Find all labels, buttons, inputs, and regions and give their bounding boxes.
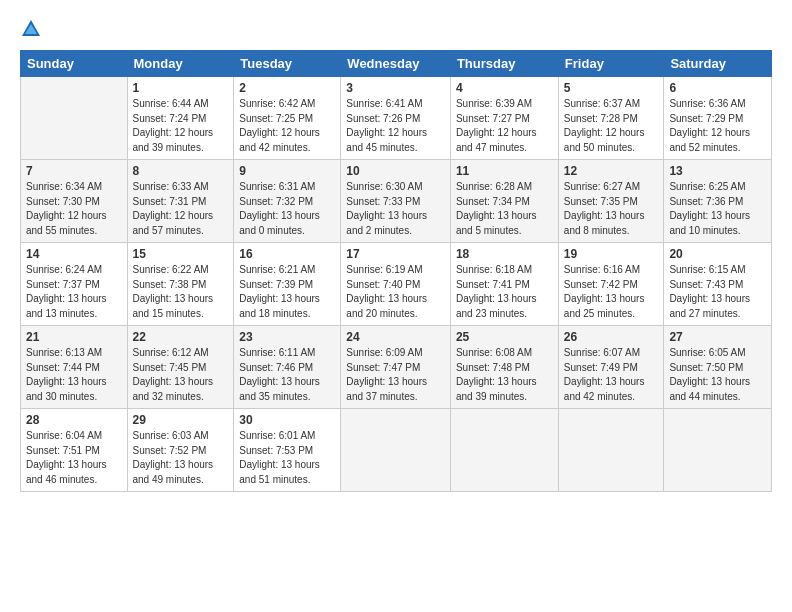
- day-number: 28: [26, 413, 122, 427]
- day-info: Sunrise: 6:44 AM Sunset: 7:24 PM Dayligh…: [133, 97, 229, 155]
- day-info: Sunrise: 6:41 AM Sunset: 7:26 PM Dayligh…: [346, 97, 445, 155]
- day-info: Sunrise: 6:12 AM Sunset: 7:45 PM Dayligh…: [133, 346, 229, 404]
- calendar-cell: 30Sunrise: 6:01 AM Sunset: 7:53 PM Dayli…: [234, 409, 341, 492]
- calendar-cell: 22Sunrise: 6:12 AM Sunset: 7:45 PM Dayli…: [127, 326, 234, 409]
- day-info: Sunrise: 6:30 AM Sunset: 7:33 PM Dayligh…: [346, 180, 445, 238]
- calendar-cell: 4Sunrise: 6:39 AM Sunset: 7:27 PM Daylig…: [450, 77, 558, 160]
- day-info: Sunrise: 6:28 AM Sunset: 7:34 PM Dayligh…: [456, 180, 553, 238]
- col-header-saturday: Saturday: [664, 51, 772, 77]
- day-info: Sunrise: 6:27 AM Sunset: 7:35 PM Dayligh…: [564, 180, 659, 238]
- calendar-cell: 3Sunrise: 6:41 AM Sunset: 7:26 PM Daylig…: [341, 77, 451, 160]
- day-number: 6: [669, 81, 766, 95]
- calendar-week-4: 21Sunrise: 6:13 AM Sunset: 7:44 PM Dayli…: [21, 326, 772, 409]
- calendar-cell: 25Sunrise: 6:08 AM Sunset: 7:48 PM Dayli…: [450, 326, 558, 409]
- calendar-cell: 20Sunrise: 6:15 AM Sunset: 7:43 PM Dayli…: [664, 243, 772, 326]
- page: SundayMondayTuesdayWednesdayThursdayFrid…: [0, 0, 792, 502]
- calendar-cell: 23Sunrise: 6:11 AM Sunset: 7:46 PM Dayli…: [234, 326, 341, 409]
- day-info: Sunrise: 6:08 AM Sunset: 7:48 PM Dayligh…: [456, 346, 553, 404]
- header: [20, 18, 772, 40]
- day-number: 19: [564, 247, 659, 261]
- day-number: 30: [239, 413, 335, 427]
- day-info: Sunrise: 6:21 AM Sunset: 7:39 PM Dayligh…: [239, 263, 335, 321]
- calendar-cell: [664, 409, 772, 492]
- calendar-cell: 8Sunrise: 6:33 AM Sunset: 7:31 PM Daylig…: [127, 160, 234, 243]
- day-info: Sunrise: 6:16 AM Sunset: 7:42 PM Dayligh…: [564, 263, 659, 321]
- calendar-cell: 10Sunrise: 6:30 AM Sunset: 7:33 PM Dayli…: [341, 160, 451, 243]
- day-number: 2: [239, 81, 335, 95]
- day-number: 5: [564, 81, 659, 95]
- day-number: 29: [133, 413, 229, 427]
- day-number: 17: [346, 247, 445, 261]
- calendar-week-2: 7Sunrise: 6:34 AM Sunset: 7:30 PM Daylig…: [21, 160, 772, 243]
- calendar-week-5: 28Sunrise: 6:04 AM Sunset: 7:51 PM Dayli…: [21, 409, 772, 492]
- calendar-table: SundayMondayTuesdayWednesdayThursdayFrid…: [20, 50, 772, 492]
- col-header-wednesday: Wednesday: [341, 51, 451, 77]
- day-info: Sunrise: 6:15 AM Sunset: 7:43 PM Dayligh…: [669, 263, 766, 321]
- day-number: 21: [26, 330, 122, 344]
- calendar-header-row: SundayMondayTuesdayWednesdayThursdayFrid…: [21, 51, 772, 77]
- day-info: Sunrise: 6:33 AM Sunset: 7:31 PM Dayligh…: [133, 180, 229, 238]
- col-header-tuesday: Tuesday: [234, 51, 341, 77]
- calendar-cell: 17Sunrise: 6:19 AM Sunset: 7:40 PM Dayli…: [341, 243, 451, 326]
- calendar-cell: 13Sunrise: 6:25 AM Sunset: 7:36 PM Dayli…: [664, 160, 772, 243]
- calendar-cell: 24Sunrise: 6:09 AM Sunset: 7:47 PM Dayli…: [341, 326, 451, 409]
- day-info: Sunrise: 6:18 AM Sunset: 7:41 PM Dayligh…: [456, 263, 553, 321]
- day-info: Sunrise: 6:04 AM Sunset: 7:51 PM Dayligh…: [26, 429, 122, 487]
- day-number: 11: [456, 164, 553, 178]
- calendar-cell: 26Sunrise: 6:07 AM Sunset: 7:49 PM Dayli…: [558, 326, 664, 409]
- calendar-cell: 27Sunrise: 6:05 AM Sunset: 7:50 PM Dayli…: [664, 326, 772, 409]
- calendar-cell: 2Sunrise: 6:42 AM Sunset: 7:25 PM Daylig…: [234, 77, 341, 160]
- col-header-sunday: Sunday: [21, 51, 128, 77]
- day-info: Sunrise: 6:03 AM Sunset: 7:52 PM Dayligh…: [133, 429, 229, 487]
- day-number: 13: [669, 164, 766, 178]
- day-info: Sunrise: 6:34 AM Sunset: 7:30 PM Dayligh…: [26, 180, 122, 238]
- day-info: Sunrise: 6:07 AM Sunset: 7:49 PM Dayligh…: [564, 346, 659, 404]
- day-number: 20: [669, 247, 766, 261]
- calendar-cell: 15Sunrise: 6:22 AM Sunset: 7:38 PM Dayli…: [127, 243, 234, 326]
- day-info: Sunrise: 6:09 AM Sunset: 7:47 PM Dayligh…: [346, 346, 445, 404]
- day-number: 26: [564, 330, 659, 344]
- col-header-monday: Monday: [127, 51, 234, 77]
- calendar-cell: 19Sunrise: 6:16 AM Sunset: 7:42 PM Dayli…: [558, 243, 664, 326]
- col-header-thursday: Thursday: [450, 51, 558, 77]
- logo: [20, 18, 46, 40]
- day-info: Sunrise: 6:37 AM Sunset: 7:28 PM Dayligh…: [564, 97, 659, 155]
- day-info: Sunrise: 6:39 AM Sunset: 7:27 PM Dayligh…: [456, 97, 553, 155]
- day-number: 25: [456, 330, 553, 344]
- calendar-cell: 9Sunrise: 6:31 AM Sunset: 7:32 PM Daylig…: [234, 160, 341, 243]
- day-number: 4: [456, 81, 553, 95]
- day-info: Sunrise: 6:25 AM Sunset: 7:36 PM Dayligh…: [669, 180, 766, 238]
- day-info: Sunrise: 6:31 AM Sunset: 7:32 PM Dayligh…: [239, 180, 335, 238]
- calendar-cell: 14Sunrise: 6:24 AM Sunset: 7:37 PM Dayli…: [21, 243, 128, 326]
- calendar-cell: [558, 409, 664, 492]
- day-number: 23: [239, 330, 335, 344]
- col-header-friday: Friday: [558, 51, 664, 77]
- calendar-cell: [341, 409, 451, 492]
- calendar-cell: 5Sunrise: 6:37 AM Sunset: 7:28 PM Daylig…: [558, 77, 664, 160]
- day-number: 8: [133, 164, 229, 178]
- day-number: 14: [26, 247, 122, 261]
- day-number: 10: [346, 164, 445, 178]
- calendar-cell: 7Sunrise: 6:34 AM Sunset: 7:30 PM Daylig…: [21, 160, 128, 243]
- calendar-cell: 11Sunrise: 6:28 AM Sunset: 7:34 PM Dayli…: [450, 160, 558, 243]
- calendar-cell: 28Sunrise: 6:04 AM Sunset: 7:51 PM Dayli…: [21, 409, 128, 492]
- calendar-cell: 16Sunrise: 6:21 AM Sunset: 7:39 PM Dayli…: [234, 243, 341, 326]
- day-info: Sunrise: 6:11 AM Sunset: 7:46 PM Dayligh…: [239, 346, 335, 404]
- day-info: Sunrise: 6:19 AM Sunset: 7:40 PM Dayligh…: [346, 263, 445, 321]
- logo-icon: [20, 18, 42, 40]
- day-info: Sunrise: 6:22 AM Sunset: 7:38 PM Dayligh…: [133, 263, 229, 321]
- day-number: 3: [346, 81, 445, 95]
- day-number: 15: [133, 247, 229, 261]
- calendar-week-1: 1Sunrise: 6:44 AM Sunset: 7:24 PM Daylig…: [21, 77, 772, 160]
- day-info: Sunrise: 6:24 AM Sunset: 7:37 PM Dayligh…: [26, 263, 122, 321]
- day-info: Sunrise: 6:05 AM Sunset: 7:50 PM Dayligh…: [669, 346, 766, 404]
- calendar-cell: 1Sunrise: 6:44 AM Sunset: 7:24 PM Daylig…: [127, 77, 234, 160]
- calendar-cell: 29Sunrise: 6:03 AM Sunset: 7:52 PM Dayli…: [127, 409, 234, 492]
- day-number: 1: [133, 81, 229, 95]
- calendar-cell: 21Sunrise: 6:13 AM Sunset: 7:44 PM Dayli…: [21, 326, 128, 409]
- day-info: Sunrise: 6:01 AM Sunset: 7:53 PM Dayligh…: [239, 429, 335, 487]
- day-info: Sunrise: 6:42 AM Sunset: 7:25 PM Dayligh…: [239, 97, 335, 155]
- day-number: 24: [346, 330, 445, 344]
- day-info: Sunrise: 6:36 AM Sunset: 7:29 PM Dayligh…: [669, 97, 766, 155]
- day-number: 7: [26, 164, 122, 178]
